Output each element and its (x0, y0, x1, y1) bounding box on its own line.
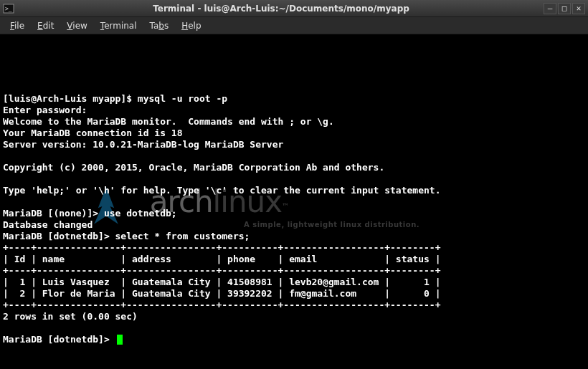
menu-terminal[interactable]: Terminal (95, 19, 143, 32)
menu-file[interactable]: File (4, 19, 30, 32)
db-changed-line: Database changed (3, 219, 93, 230)
terminal-content: [luis@Arch-Luis myapp]$ mysql -u root -p… (3, 82, 585, 345)
welcome-line-1: Welcome to the MariaDB monitor. Commands… (3, 116, 334, 127)
shell-prompt: [luis@Arch-Luis myapp]$ (3, 93, 138, 104)
select-command: select * from customers; (115, 231, 250, 241)
mariadb-prompt-db: MariaDB [dotnetdb]> (3, 231, 115, 241)
menu-view[interactable]: View (61, 19, 93, 32)
terminal-viewport[interactable]: archlinux™ A simple, lightweight linux d… (0, 34, 588, 369)
password-prompt: Enter password: (3, 105, 87, 115)
window-controls: – □ ✕ (544, 3, 585, 14)
menu-edit[interactable]: Edit (32, 19, 60, 32)
table-border-top: +----+---------------+----------------+-… (3, 242, 440, 253)
table-border-mid: +----+---------------+----------------+-… (3, 265, 440, 276)
rows-summary: 2 rows in set (0.00 sec) (3, 311, 138, 322)
table-header: | Id | name | address | phone | email | … (3, 254, 440, 264)
table-row: | 1 | Luis Vasquez | Guatemala City | 41… (3, 277, 440, 287)
svg-text:>_: >_ (5, 6, 12, 12)
window-titlebar: >_ Terminal - luis@Arch-Luis:~/Documents… (0, 0, 588, 17)
table-border-bottom: +----+---------------+----------------+-… (3, 299, 440, 310)
mariadb-prompt-none: MariaDB [(none)]> (3, 208, 104, 219)
use-command: use dotnetdb; (104, 208, 177, 219)
menubar: File Edit View Terminal Tabs Help (0, 17, 588, 34)
close-button[interactable]: ✕ (572, 3, 585, 14)
copyright-line: Copyright (c) 2000, 2015, Oracle, MariaD… (3, 162, 384, 173)
menu-help[interactable]: Help (176, 19, 207, 32)
table-row: | 2 | Flor de Maria | Guatemala City | 3… (3, 288, 440, 299)
welcome-line-2: Your MariaDB connection id is 18 (3, 128, 182, 138)
cursor (117, 335, 123, 345)
maximize-button[interactable]: □ (558, 3, 571, 14)
welcome-line-3: Server version: 10.0.21-MariaDB-log Mari… (3, 139, 283, 150)
shell-command: mysql -u root -p (138, 93, 227, 104)
mariadb-prompt-db: MariaDB [dotnetdb]> (3, 334, 115, 345)
minimize-button[interactable]: – (544, 3, 556, 14)
menu-tabs[interactable]: Tabs (144, 19, 175, 32)
help-line: Type 'help;' or '\h' for help. Type '\c'… (3, 185, 440, 196)
window-title: Terminal - luis@Arch-Luis:~/Documents/mo… (19, 4, 544, 14)
terminal-icon: >_ (3, 3, 14, 14)
